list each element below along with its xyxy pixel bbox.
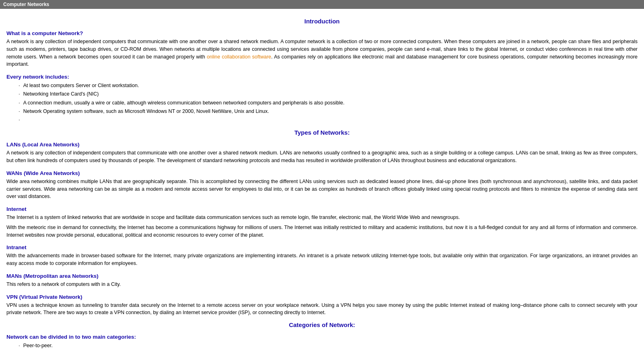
titlebar-label: Computer Networks bbox=[3, 2, 49, 7]
para-what-is-network: A network is any collection of independe… bbox=[6, 38, 638, 68]
categories-list: Peer-to-peer. bbox=[6, 342, 638, 350]
heading-man: MANs (Metropolitan area Networks) bbox=[6, 273, 638, 279]
categories-heading: Categories of Network: bbox=[6, 321, 638, 328]
list-item: Networking Interface Card's (NIC) bbox=[19, 90, 638, 98]
content: Introduction What is a computer Network?… bbox=[0, 9, 644, 350]
list-item bbox=[19, 116, 638, 124]
para-internet-1: The Internet is a system of linked netwo… bbox=[6, 214, 638, 221]
heading-lan: LANs (Local Area Networks) bbox=[6, 142, 638, 148]
para-internet-2: With the meteoric rise in demand for con… bbox=[6, 224, 638, 239]
para-intranet: With the advancements made in browser-ba… bbox=[6, 252, 638, 267]
heading-intranet: Intranet bbox=[6, 244, 638, 250]
heading-vpn: VPN (Virtual Private Network) bbox=[6, 294, 638, 300]
list-item: A connection medium, usually a wire or c… bbox=[19, 99, 638, 107]
heading-wan: WANs (Wide Area Networks) bbox=[6, 170, 638, 176]
heading-categories: Network can be divided in to two main ca… bbox=[6, 334, 638, 340]
list-item: At least two computers Server or Client … bbox=[19, 81, 638, 90]
para-lan: A network is any collection of independe… bbox=[6, 149, 638, 165]
heading-internet: Internet bbox=[6, 206, 638, 212]
para-wan: Wide area networking combines multiple L… bbox=[6, 178, 638, 200]
heading-what-is-computer-network: What is a computer Network? bbox=[6, 30, 638, 36]
para-vpn: VPN uses a technique known as tunneling … bbox=[6, 302, 638, 317]
types-heading: Types of Networks: bbox=[6, 129, 638, 136]
intro-heading: Introduction bbox=[6, 18, 638, 25]
list-item: Peer-to-peer. bbox=[19, 342, 638, 350]
list-item: Network Operating system software, such … bbox=[19, 107, 638, 116]
para-man: This refers to a network of computers wi… bbox=[6, 281, 638, 288]
heading-every-network-includes: Every network includes: bbox=[6, 74, 638, 80]
link-online-collaboration[interactable]: online collaboration software bbox=[207, 54, 271, 60]
titlebar: Computer Networks bbox=[0, 0, 644, 9]
every-network-list: At least two computers Server or Client … bbox=[6, 81, 638, 124]
